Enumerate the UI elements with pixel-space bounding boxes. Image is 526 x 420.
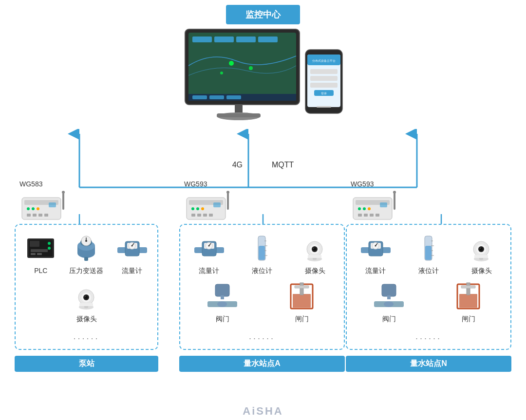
water-station-a-label: 量水站点A <box>179 356 345 372</box>
svg-text:分布式设备云平台: 分布式设备云平台 <box>312 59 336 62</box>
svg-point-48 <box>62 191 65 194</box>
svg-rect-152 <box>382 284 396 296</box>
svg-point-82 <box>191 207 194 210</box>
device-camera-a: 摄像头 <box>296 232 335 275</box>
svg-rect-2 <box>188 33 296 101</box>
svg-point-124 <box>368 207 371 210</box>
more-dots-1: ...... <box>20 331 152 342</box>
svg-point-78 <box>85 296 86 297</box>
svg-point-155 <box>384 301 394 307</box>
svg-point-130 <box>393 191 396 194</box>
monitor-display <box>183 27 309 131</box>
svg-rect-91 <box>213 202 221 207</box>
svg-rect-43 <box>27 214 31 217</box>
svg-rect-118 <box>300 283 303 295</box>
svg-point-84 <box>201 207 204 210</box>
svg-rect-157 <box>459 294 477 308</box>
svg-rect-21 <box>310 69 338 74</box>
svg-point-90 <box>226 191 229 194</box>
svg-rect-12 <box>209 95 224 99</box>
device-camera-1: 摄像头 <box>67 280 106 324</box>
aisha-watermark: AiSHA <box>243 405 283 418</box>
svg-rect-125 <box>358 214 362 217</box>
svg-point-64 <box>85 240 87 242</box>
svg-rect-85 <box>191 214 195 217</box>
svg-rect-52 <box>30 241 39 247</box>
svg-rect-159 <box>461 286 475 288</box>
svg-point-83 <box>196 207 199 210</box>
svg-rect-55 <box>31 249 48 252</box>
svg-rect-79 <box>79 303 93 306</box>
svg-rect-3 <box>192 37 212 42</box>
svg-rect-26 <box>317 106 331 108</box>
router-wg583 <box>19 190 75 224</box>
monitor-group: 分布式设备云平台 登录 <box>183 27 343 131</box>
svg-rect-99 <box>259 246 265 260</box>
svg-rect-126 <box>364 214 368 217</box>
svg-rect-47 <box>62 193 64 210</box>
svg-point-122 <box>358 207 361 210</box>
device-pressure: 压力变送器 <box>67 232 106 275</box>
svg-rect-11 <box>192 95 207 99</box>
mobile-phone: 分布式设备云平台 登录 <box>304 49 343 116</box>
wg593a-label: WG593 <box>184 180 207 188</box>
router-wg593a <box>184 190 240 224</box>
device-plc: PLC <box>21 232 60 275</box>
svg-point-7 <box>229 61 234 66</box>
protocol-mqtt: MQTT <box>272 161 294 169</box>
svg-point-115 <box>217 301 227 307</box>
device-gate-a: 闸门 <box>282 280 321 324</box>
svg-point-71 <box>131 245 132 246</box>
svg-point-97 <box>208 245 209 246</box>
svg-rect-5 <box>236 37 256 42</box>
protocol-labels: 4G MQTT <box>232 161 294 169</box>
svg-point-54 <box>48 247 51 250</box>
water-station-n-label: 量水站点N <box>346 356 511 372</box>
device-level-n: 液位计 <box>409 232 448 275</box>
svg-rect-87 <box>203 214 207 217</box>
svg-point-53 <box>48 242 51 245</box>
water-station-a-box: 流量计 液位计 <box>179 224 345 350</box>
more-dots-a: ...... <box>185 331 339 342</box>
svg-rect-4 <box>214 37 234 42</box>
svg-rect-139 <box>425 246 432 260</box>
svg-rect-89 <box>227 193 229 210</box>
svg-point-9 <box>220 72 223 74</box>
svg-rect-119 <box>295 286 309 288</box>
svg-rect-86 <box>197 214 201 217</box>
svg-rect-117 <box>293 294 311 308</box>
svg-point-123 <box>363 207 366 210</box>
wg593n-label: WG593 <box>351 180 374 188</box>
svg-rect-57 <box>37 253 42 255</box>
svg-rect-88 <box>209 214 213 217</box>
svg-rect-65 <box>84 257 88 261</box>
device-flowmeter-1: 流量计 <box>113 232 151 275</box>
svg-point-40 <box>27 207 30 210</box>
water-station-n-box: 流量计 液位计 <box>346 224 511 350</box>
svg-point-42 <box>37 207 39 210</box>
protocol-4g: 4G <box>232 161 243 169</box>
svg-rect-131 <box>380 202 387 207</box>
device-gate-n: 闸门 <box>449 280 488 324</box>
svg-rect-112 <box>215 284 229 296</box>
device-level-a: 液位计 <box>243 232 282 275</box>
svg-rect-6 <box>258 37 278 42</box>
svg-rect-111 <box>308 255 321 258</box>
device-flowmeter-n: 流量计 <box>356 232 395 275</box>
svg-point-41 <box>32 207 35 210</box>
svg-rect-56 <box>31 253 36 255</box>
pump-station-box: PLC <box>15 224 158 350</box>
svg-point-150 <box>480 248 481 249</box>
device-valve-n: 阀门 <box>370 280 409 324</box>
svg-rect-113 <box>221 295 224 299</box>
device-camera-n: 摄像头 <box>462 232 501 275</box>
svg-rect-13 <box>226 95 241 99</box>
svg-point-8 <box>249 66 253 70</box>
svg-rect-153 <box>387 295 391 299</box>
pump-station-label: 泵站 <box>15 356 158 372</box>
svg-rect-23 <box>310 83 338 88</box>
svg-rect-151 <box>474 255 488 258</box>
router-wg593n <box>351 190 407 224</box>
svg-rect-158 <box>467 283 470 295</box>
wg583-label: WG583 <box>19 180 42 188</box>
